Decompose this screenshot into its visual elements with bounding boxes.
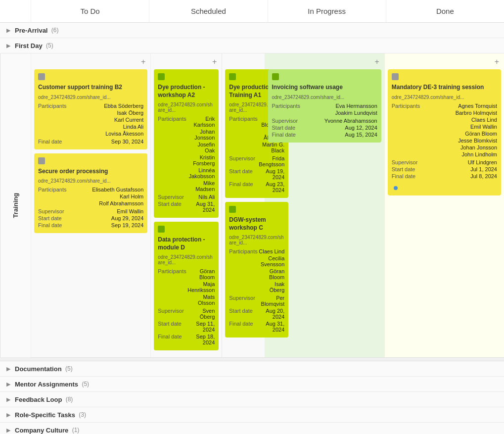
row-mentor-assignments[interactable]: ▶ Mentor Assignments (5) bbox=[0, 377, 504, 392]
final-date-value: Sep 30, 2024 bbox=[68, 139, 143, 145]
start-date-label8: Start date bbox=[392, 166, 421, 172]
participants-label3: Participants bbox=[158, 116, 187, 128]
final-date-value6: Aug 31, 2024 bbox=[259, 321, 284, 333]
chevron-right-icon7: ▶ bbox=[4, 426, 13, 434]
p-de3-4: Emil Wallin bbox=[421, 124, 497, 130]
row-documentation[interactable]: ▶ Documentation (5) bbox=[0, 361, 504, 377]
card-url4: odre_234724829.com/share_id... bbox=[158, 254, 215, 265]
row-company-culture[interactable]: ▶ Company Culture (1) bbox=[0, 423, 504, 434]
supervisor-label7: Supervisor bbox=[272, 118, 302, 124]
final-date-label2: Final date bbox=[38, 222, 68, 228]
link-icon8 bbox=[392, 73, 399, 80]
todo-add-btn[interactable]: + bbox=[34, 56, 147, 67]
final-date-value8: Jul 8, 2024 bbox=[421, 173, 497, 179]
participant-4: Linda Ali bbox=[68, 124, 143, 130]
card-invoicing: Invoicing software usage odre_234724829.… bbox=[268, 69, 381, 143]
card-title8: Mandatory DE-3 training session bbox=[392, 84, 497, 92]
card-title6: DGW-system workshop C bbox=[229, 216, 284, 232]
col-scheduled: + Dye production - workshop A2 odre_2347… bbox=[150, 53, 264, 357]
link-icon5 bbox=[229, 73, 236, 80]
start-date-label7: Start date bbox=[272, 125, 302, 131]
start-date-value8: Jul 1, 2024 bbox=[421, 166, 497, 172]
p-a2-2: Johan Jonsson bbox=[187, 129, 215, 141]
start-date-value5: Aug 19, 2024 bbox=[259, 168, 284, 180]
p-a2-1: Erik Karlsson bbox=[187, 116, 215, 128]
row-feedback-loop[interactable]: ▶ Feedback Loop (8) bbox=[0, 392, 504, 407]
supervisor-value6: Per Blomqvist bbox=[259, 295, 284, 307]
final-date-label: Final date bbox=[38, 139, 68, 145]
participants-label8: Participants bbox=[392, 103, 421, 109]
feedback-loop-count: (8) bbox=[64, 396, 73, 403]
first-day-label: First Day bbox=[15, 42, 43, 49]
p-dgw-3: Göran Bloom bbox=[259, 268, 284, 280]
card-title7: Invoicing software usage bbox=[272, 84, 377, 92]
p-de3-8: John Lindholm bbox=[421, 151, 497, 157]
participant-3: Karl Current bbox=[68, 117, 143, 123]
card-title: Customer support training B2 bbox=[38, 84, 143, 92]
p-de3-2: Barbro Holmqvist bbox=[421, 110, 497, 116]
col-header-inprogress: In Progress bbox=[268, 0, 386, 22]
training-columns: + Customer support training B2 odre_2347… bbox=[31, 53, 504, 357]
card-dye-workshop-a2: Dye production - workshop A2 odre_234724… bbox=[154, 69, 219, 218]
card-url: odre_234724829.com/share_id... bbox=[38, 95, 143, 100]
row-training: Training + Customer support training B2 … bbox=[0, 53, 504, 357]
card-title3: Dye production - workshop A2 bbox=[158, 84, 215, 99]
card-mandatory-de3: Mandatory DE-3 training session odre_234… bbox=[388, 69, 501, 195]
link-icon4 bbox=[158, 226, 165, 233]
row-first-day[interactable]: ▶ First Day (5) bbox=[0, 38, 504, 53]
participant-1: Ebba Söderberg bbox=[68, 103, 143, 109]
mentor-assignments-label: Mentor Assignments bbox=[15, 381, 78, 388]
final-date-value4: Sep 18, 2024 bbox=[187, 334, 215, 345]
supervisor-label4: Supervisor bbox=[158, 308, 187, 320]
supervisor-value7: Yvonne Abrahamsson bbox=[302, 118, 377, 124]
participant-5: Lovisa Åkesson bbox=[68, 131, 143, 137]
pre-arrival-count: (6) bbox=[49, 27, 58, 34]
card-dgw-workshop: DGW-system workshop C odre_234724829.com… bbox=[225, 202, 288, 338]
final-date-value2: Sep 19, 2024 bbox=[68, 222, 143, 228]
company-culture-count: (1) bbox=[70, 427, 79, 434]
participants-label5: Participants bbox=[229, 116, 259, 128]
supervisor-value3: Nils Ali bbox=[187, 194, 215, 200]
inprogress-add-btn[interactable]: + bbox=[268, 56, 381, 67]
done-add-btn[interactable]: + bbox=[388, 56, 501, 67]
start-date-value6: Aug 20, 2024 bbox=[259, 308, 284, 320]
card-secure-order: Secure order processing odre_234724829.c… bbox=[34, 153, 147, 234]
row-pre-arrival[interactable]: ▶ Pre-Arrival (6) bbox=[0, 23, 504, 38]
documentation-count: (5) bbox=[64, 365, 73, 372]
card-url7: odre_234724829.com/share_id... bbox=[272, 95, 377, 100]
p-dp-3: Mats Olsson bbox=[187, 294, 215, 306]
p-dgw-1: Claes Lind bbox=[259, 248, 284, 254]
role-specific-count: (3) bbox=[77, 411, 86, 418]
p-a2-4: Kristin Forsberg bbox=[187, 154, 215, 166]
participant-e3: Rolf Abrahamsson bbox=[68, 200, 143, 206]
col-header-done: Done bbox=[386, 0, 504, 22]
training-label: Training bbox=[0, 53, 31, 357]
p-inv-2: Joakim Lundqvist bbox=[302, 110, 377, 116]
p-de3-7: Johan Jonsson bbox=[421, 145, 497, 150]
participants-label4: Participants bbox=[158, 268, 187, 280]
p-inv-1: Eva Hermansson bbox=[302, 103, 377, 109]
header-sidebar bbox=[0, 0, 31, 22]
start-date-value: Aug 29, 2024 bbox=[68, 215, 143, 221]
p-a2-5: Linnéa Jakobsson bbox=[187, 167, 215, 179]
p-de3-6: Jesse Blomkvist bbox=[421, 138, 497, 144]
supervisor-label: Supervisor bbox=[38, 208, 68, 214]
scheduled-add-btn[interactable]: + bbox=[154, 56, 219, 67]
final-date-value7: Aug 15, 2024 bbox=[302, 132, 377, 138]
section-divider bbox=[0, 357, 504, 361]
link-icon2 bbox=[38, 157, 45, 164]
status-dot bbox=[394, 186, 398, 190]
chevron-right-icon5: ▶ bbox=[4, 395, 13, 404]
supervisor-label6: Supervisor bbox=[229, 295, 259, 307]
supervisor-value5: Frida Bengtsson bbox=[259, 155, 284, 167]
p-dgw-2: Cecilia Svensson bbox=[259, 255, 284, 267]
link-icon3 bbox=[158, 73, 165, 80]
p-de3-5: Göran Bloom bbox=[421, 131, 497, 137]
participant-e2: Karl Holm bbox=[68, 193, 143, 199]
link-icon bbox=[38, 73, 45, 80]
chevron-right-icon6: ▶ bbox=[4, 410, 13, 419]
final-date-value5: Aug 23, 2024 bbox=[259, 181, 284, 193]
p-a2-6: Mike Madsen bbox=[187, 180, 215, 192]
col-todo: + Customer support training B2 odre_2347… bbox=[31, 53, 150, 357]
row-role-specific[interactable]: ▶ Role-Specific Tasks (3) bbox=[0, 407, 504, 423]
